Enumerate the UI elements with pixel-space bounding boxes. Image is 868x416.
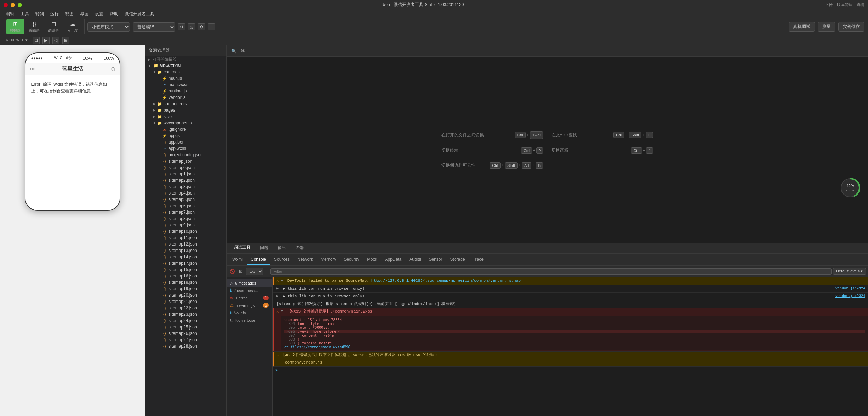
preview-btn[interactable]: ◎ [188, 23, 195, 30]
code-at-link[interactable]: at files://common/main.wxss#896 [284, 345, 350, 349]
dt-tab-wxml[interactable]: Wxml [229, 255, 246, 265]
tree-item-33[interactable]: {} sitemap18.json [145, 279, 226, 286]
tree-item-2[interactable]: ~ main.wxss [145, 81, 226, 88]
upload-btn[interactable]: 上传 [825, 2, 833, 7]
debugger-btn[interactable]: ⊡ 调试器 [45, 19, 62, 34]
expand-wxss[interactable]: ▼ [281, 309, 285, 314]
dt-tab-trace[interactable]: Trace [469, 255, 487, 265]
tree-item-13[interactable]: {} project.config.json [145, 152, 226, 158]
dt-tab-appdata[interactable]: AppData [381, 255, 405, 265]
dt-tab-sources[interactable]: Sources [270, 255, 293, 265]
refresh-btn[interactable]: ↺ [178, 23, 185, 30]
browser2-source[interactable]: vendor.js:9324 [835, 293, 865, 299]
version-btn[interactable]: 版本管理 [837, 2, 852, 7]
default-levels-btn[interactable]: Default levels ▾ [833, 268, 866, 275]
tree-item-0[interactable]: ▼ 📁 common [145, 69, 226, 75]
tree-item-35[interactable]: {} sitemap20.json [145, 292, 226, 298]
dots-btn[interactable]: ⋯ [249, 47, 256, 55]
mode-select[interactable]: 小程序模式 [87, 22, 130, 32]
tree-item-21[interactable]: {} sitemap6.json [145, 203, 226, 209]
settings2-btn[interactable]: ⚙ [198, 23, 205, 30]
dt-tab-mock[interactable]: Mock [364, 255, 381, 265]
console-input[interactable] [280, 368, 865, 372]
panel-tab-debugger[interactable]: 调试工具 [229, 243, 255, 252]
menu-edit[interactable]: 编辑 [3, 10, 17, 18]
tree-item-11[interactable]: {} app.json [145, 139, 226, 145]
close-btn[interactable] [4, 3, 8, 7]
sidebar-no-verbose[interactable]: ⊡ No verbose [227, 316, 272, 324]
phone-home-icon[interactable]: ⊙ [111, 66, 115, 72]
tree-item-6[interactable]: ▶ 📁 pages [145, 107, 226, 113]
console-prompt[interactable]: > [273, 367, 868, 374]
tree-item-15[interactable]: {} sitemap0.json [145, 164, 226, 171]
dt-tab-storage[interactable]: Storage [447, 255, 469, 265]
dt-tab-security[interactable]: Security [340, 255, 362, 265]
console-filter-btn[interactable]: ⊡ [237, 268, 244, 275]
layout-btn1[interactable]: ⊡ [33, 37, 40, 44]
tree-item-36[interactable]: {} sitemap21.json [145, 298, 226, 305]
tree-item-26[interactable]: {} sitemap11.json [145, 235, 226, 241]
console-filter-input[interactable] [270, 268, 832, 275]
tree-item-9[interactable]: .g .gitignore [145, 126, 226, 133]
simulator-btn[interactable]: ⊞ 模拟器 [6, 19, 24, 34]
tree-item-24[interactable]: {} sitemap9.json [145, 222, 226, 228]
sidebar-all-messages[interactable]: ▷ 6 messages [227, 279, 272, 287]
layout-btn2[interactable]: ⊞ [62, 37, 69, 44]
expand-browser1[interactable]: ▶ [276, 286, 281, 291]
more-btn[interactable]: ⋯ [208, 23, 215, 30]
tree-item-22[interactable]: {} sitemap7.json [145, 209, 226, 215]
dt-tab-network[interactable]: Network [294, 255, 316, 265]
panel-tab-terminal[interactable]: 终端 [291, 244, 308, 252]
tree-item-41[interactable]: {} sitemap26.json [145, 330, 226, 337]
preview2-btn[interactable]: 测量 [818, 22, 835, 32]
cloud-btn[interactable]: ☁ 云开发 [64, 19, 81, 34]
tree-item-16[interactable]: {} sitemap1.json [145, 171, 226, 177]
menu-view[interactable]: 视图 [62, 10, 76, 18]
tree-item-12[interactable]: ~ app.wxss [145, 145, 226, 152]
expand-browser2[interactable]: ▶ [276, 293, 281, 299]
dt-tab-audits[interactable]: Audits [406, 255, 424, 265]
menu-help[interactable]: 帮助 [107, 10, 121, 18]
min-btn[interactable] [11, 3, 15, 7]
tree-item-17[interactable]: {} sitemap2.json [145, 177, 226, 184]
storage-btn[interactable]: 实机储存 [838, 22, 864, 32]
tree-item-27[interactable]: {} sitemap12.json [145, 241, 226, 247]
open-editors-section[interactable]: ▶ 打开的编辑器 [145, 56, 226, 63]
tree-item-31[interactable]: {} sitemap15.json [145, 266, 226, 273]
tree-item-7[interactable]: ▶ 📁 static [145, 113, 226, 120]
tree-item-30[interactable]: {} sitemap17.json [145, 260, 226, 266]
details-btn[interactable]: 详情 [857, 2, 864, 7]
tree-item-37[interactable]: {} sitemap22.json [145, 305, 226, 311]
sidebar-warnings[interactable]: ⚠ 5 warnings 5 [227, 302, 272, 309]
tree-item-10[interactable]: ⚡ app.js [145, 133, 226, 139]
win-right-controls[interactable]: 上传 版本管理 详情 [825, 2, 864, 7]
compile-select[interactable]: 普通编译 [133, 22, 175, 32]
back-btn[interactable]: ◁ [52, 37, 59, 44]
max-btn[interactable] [18, 3, 22, 7]
sourcemap-link[interactable]: http://127.0.0.1:40289/.sourcemap/mp-wei… [371, 278, 521, 284]
tree-item-23[interactable]: {} sitemap8.json [145, 215, 226, 222]
menu-interface[interactable]: 界面 [77, 10, 91, 18]
console-clear-btn[interactable]: 🚫 [229, 268, 236, 275]
tree-item-25[interactable]: {} sitemap10.json [145, 228, 226, 235]
console-level-select[interactable]: top [246, 268, 263, 275]
tree-item-1[interactable]: ⚡ main.js [145, 75, 226, 81]
tree-item-18[interactable]: {} sitemap3.json [145, 184, 226, 190]
tree-item-4[interactable]: ⚡ vendor.js [145, 94, 226, 101]
tree-item-40[interactable]: {} sitemap25.json [145, 324, 226, 330]
tree-item-39[interactable]: {} sitemap24.json [145, 317, 226, 324]
menu-settings[interactable]: 设置 [92, 10, 106, 18]
tree-item-28[interactable]: {} sitemap13.json [145, 247, 226, 254]
tree-item-8[interactable]: ▼ 📁 wxcomponents [145, 120, 226, 126]
expand-sourcemap[interactable]: ▶ [281, 278, 285, 283]
tree-item-43[interactable]: {} sitemap28.json [145, 343, 226, 349]
panel-tab-issues[interactable]: 问题 [256, 244, 273, 252]
tree-item-29[interactable]: {} sitemap14.json [145, 254, 226, 260]
tree-item-20[interactable]: {} sitemap5.json [145, 196, 226, 203]
tree-item-3[interactable]: ⚡ runtime.js [145, 88, 226, 94]
browser1-source[interactable]: vendor.js:9324 [835, 286, 865, 291]
play-btn[interactable]: ▶ [42, 37, 50, 44]
tree-item-32[interactable]: {} sitemap16.json [145, 273, 226, 279]
tree-item-42[interactable]: {} sitemap27.json [145, 337, 226, 343]
panel-tab-output[interactable]: 输出 [273, 244, 290, 252]
